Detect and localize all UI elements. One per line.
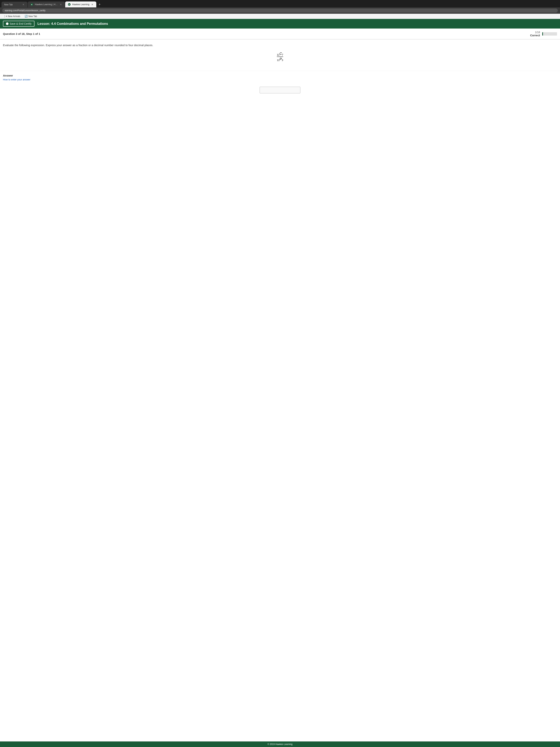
denominator-subscript2: 3	[282, 59, 283, 61]
address-bar-row: earning.com/Portal/Lesson/lesson_certify	[0, 7, 560, 14]
new-tab-button[interactable]: +	[97, 1, 103, 7]
bookmark-new-tab[interactable]: 🔄 New Tab	[24, 15, 38, 18]
address-bar[interactable]: earning.com/Portal/Lesson/lesson_certify	[2, 8, 558, 12]
math-fraction: 11C7 11P3	[277, 52, 283, 62]
tab-newtab[interactable]: New Tab ✕	[1, 2, 27, 7]
hawkes-home-icon: H	[30, 3, 33, 6]
math-expression: 11C7 11P3	[3, 52, 557, 62]
browser-chrome: New Tab ✕ H Hawkes Learning | Home ✕ H H…	[0, 0, 560, 19]
score-fraction: 1/18	[530, 31, 540, 34]
tab-newtab-close[interactable]: ✕	[22, 3, 25, 6]
tab-hawkes-home[interactable]: H Hawkes Learning | Home ✕	[28, 1, 65, 7]
tab-bar: New Tab ✕ H Hawkes Learning | Home ✕ H H…	[0, 0, 560, 7]
score-bar-fill	[542, 32, 543, 35]
denominator-letter: P	[279, 57, 282, 61]
save-end-certify-button[interactable]: Save & End Certify	[3, 21, 34, 27]
numerator-letter: C	[279, 52, 282, 56]
question-content: Evaluate the following expression. Expre…	[0, 40, 560, 71]
how-to-enter-link[interactable]: How to enter your answer	[3, 78, 30, 81]
bookmark-newtab-label: New Tab	[28, 15, 37, 18]
math-denominator: 11P3	[277, 57, 283, 61]
question-meta-bar: Question 3 of 18, Step 1 of 1 1/18 Corre…	[0, 28, 560, 39]
question-info: Question 3 of 18, Step 1 of 1	[3, 32, 527, 35]
bookmark-new-arrivals[interactable]: ⋮≡ New Arrivals	[2, 15, 21, 18]
content-spacer	[0, 96, 560, 742]
tab-hawkes-learning-close[interactable]: ✕	[91, 3, 94, 6]
bookmark-arrivals-icon: ⋮≡	[3, 15, 7, 18]
page-footer: © 2019 Hawkes Learning	[0, 742, 560, 747]
save-end-certify-label: Save & End Certify	[10, 22, 31, 25]
tab-hawkes-learning[interactable]: H Hawkes Learning ✕	[65, 1, 96, 7]
answer-input-row	[3, 87, 557, 93]
answer-input[interactable]	[260, 87, 300, 93]
bookmarks-bar: ⋮≡ New Arrivals 🔄 New Tab	[0, 14, 560, 19]
math-numerator: 11C7	[277, 52, 283, 57]
lesson-title: Lesson: 4.4 Combinations and Permutation…	[37, 22, 108, 26]
bookmark-arrivals-label: New Arrivals	[8, 15, 20, 18]
svg-text:H: H	[31, 4, 32, 5]
score-label: Correct	[530, 34, 540, 37]
save-icon	[6, 22, 8, 25]
question-text: Evaluate the following expression. Expre…	[3, 43, 557, 47]
lesson-header: Save & End Certify Lesson: 4.4 Combinati…	[0, 19, 560, 28]
numerator-subscript2: 7	[282, 53, 283, 56]
svg-text:H: H	[69, 4, 70, 5]
footer-copyright: © 2019 Hawkes Learning	[268, 743, 293, 746]
answer-section: Answer How to enter your answer	[0, 71, 560, 96]
score-bar-container	[542, 32, 557, 35]
score-info: 1/18 Correct	[530, 31, 557, 37]
hawkes-learning-icon: H	[68, 3, 71, 6]
tab-hawkes-home-close[interactable]: ✕	[59, 3, 62, 6]
content-area: Save & End Certify Lesson: 4.4 Combinati…	[0, 19, 560, 747]
denominator-subscript1: 11	[277, 59, 279, 61]
answer-label: Answer	[3, 74, 557, 77]
numerator-subscript1: 11	[277, 53, 279, 56]
bookmark-newtab-icon: 🔄	[25, 15, 28, 18]
